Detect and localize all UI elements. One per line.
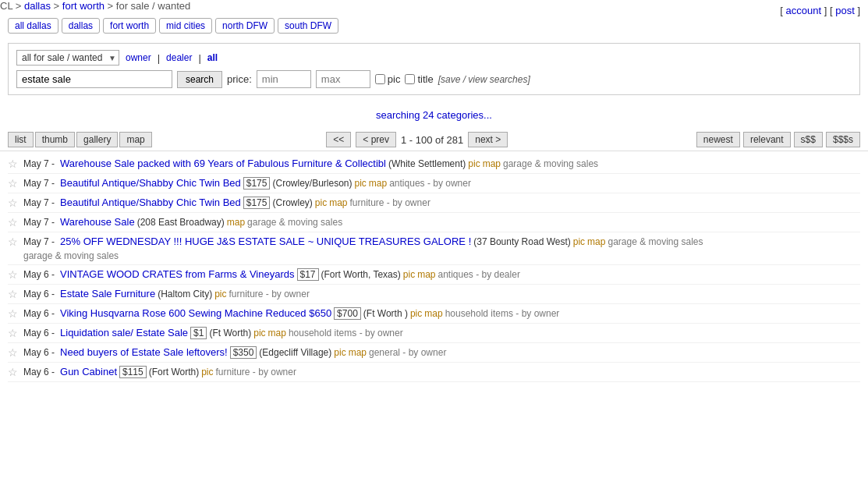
area-tab-north-dfw[interactable]: north DFW (215, 18, 275, 34)
gallery-view-button[interactable]: gallery (76, 132, 118, 147)
first-page-button[interactable]: << (326, 132, 351, 147)
favorite-star-5[interactable]: ☆ (8, 268, 19, 281)
breadcrumb-fortworth[interactable]: fort worth (62, 0, 105, 12)
favorite-star-2[interactable]: ☆ (8, 197, 19, 209)
price-max-input[interactable] (316, 70, 370, 88)
result-category-1: antiques - by owner (389, 178, 471, 189)
owner-filter-link[interactable]: owner (126, 52, 151, 63)
pic-checkbox[interactable] (375, 74, 385, 84)
result-date-2: May 7 - (23, 197, 55, 208)
result-pic-link-10[interactable]: pic (201, 367, 213, 377)
breadcrumb: CL > dallas > fort worth > for sale / wa… (0, 0, 868, 12)
result-location-3: (208 East Broadway) (137, 217, 225, 228)
breadcrumb-sep1: > (16, 0, 24, 12)
result-pic-link-2[interactable]: pic (315, 197, 327, 208)
result-content-0: May 7 -Warehouse Sale packed with 69 Yea… (23, 158, 860, 169)
table-row: ☆May 7 -Warehouse Sale packed with 69 Ye… (8, 154, 860, 174)
result-map-link-1[interactable]: map (369, 178, 387, 189)
result-pic-link-6[interactable]: pic (214, 289, 226, 299)
favorite-star-9[interactable]: ☆ (8, 346, 19, 359)
result-title-0[interactable]: Warehouse Sale packed with 69 Years of F… (60, 158, 386, 169)
result-pic-link-7[interactable]: pic (410, 308, 422, 319)
result-title-3[interactable]: Warehouse Sale (60, 216, 135, 228)
result-date-6: May 6 - (23, 289, 55, 299)
result-extra-category-4: garage & moving sales (23, 250, 860, 261)
result-title-8[interactable]: Liquidation sale/ Estate Sale (60, 327, 188, 338)
breadcrumb-section: for sale / wanted (116, 0, 190, 12)
result-map-link-7[interactable]: map (424, 308, 442, 319)
result-date-7: May 6 - (23, 308, 55, 319)
breadcrumb-dallas[interactable]: dallas (24, 0, 51, 12)
favorite-star-6[interactable]: ☆ (8, 288, 19, 300)
title-checkbox-label[interactable]: title (405, 73, 433, 85)
result-map-link-4[interactable]: map (587, 236, 605, 247)
filter-sep1: | (158, 52, 160, 64)
result-map-link-9[interactable]: map (349, 347, 367, 358)
result-map-link-0[interactable]: map (483, 158, 501, 169)
result-map-link-2[interactable]: map (329, 197, 347, 208)
favorite-star-10[interactable]: ☆ (8, 366, 19, 378)
title-checkbox[interactable] (405, 74, 415, 84)
favorite-star-1[interactable]: ☆ (8, 177, 19, 190)
result-title-2[interactable]: Beautiful Antique/Shabby Chic Twin Bed (60, 197, 241, 208)
searching-info: searching 24 categories... (0, 101, 868, 129)
thumb-view-button[interactable]: thumb (35, 132, 75, 147)
area-tab-mid-cities[interactable]: mid cities (159, 18, 212, 34)
result-title-9[interactable]: Need buyers of Estate Sale leftovers! (60, 346, 228, 358)
result-location-5: (Fort Worth, Texas) (321, 269, 401, 280)
post-link[interactable]: post (835, 5, 855, 16)
all-filter-link[interactable]: all (207, 52, 218, 63)
result-map-link-5[interactable]: map (417, 269, 435, 280)
result-pic-link-4[interactable]: pic (573, 236, 585, 247)
result-title-5[interactable]: VINTAGE WOOD CRATES from Farms & Vineyar… (60, 268, 295, 280)
result-title-6[interactable]: Estate Sale Furniture (60, 288, 155, 299)
favorite-star-0[interactable]: ☆ (8, 158, 19, 170)
result-category-8: household items - by owner (289, 328, 403, 338)
result-category-6: furniture - by owner (229, 289, 310, 299)
result-title-4[interactable]: 25% OFF WEDNESDAY !!! HUGE J&S ESTATE SA… (60, 236, 471, 247)
result-map-link-3[interactable]: map (227, 217, 245, 228)
result-location-10: (Fort Worth) (149, 367, 199, 377)
prev-page-button[interactable]: < prev (356, 132, 396, 147)
result-category-7: household items - by owner (445, 308, 560, 319)
result-content-3: May 7 -Warehouse Sale (208 East Broadway… (23, 216, 860, 228)
favorite-star-7[interactable]: ☆ (8, 307, 19, 320)
search-button[interactable]: search (177, 71, 222, 88)
result-title-1[interactable]: Beautiful Antique/Shabby Chic Twin Bed (60, 177, 241, 189)
favorite-star-3[interactable]: ☆ (8, 216, 19, 229)
result-title-7[interactable]: Viking Husqvarna Rose 600 Sewing Machine… (60, 307, 331, 319)
result-title-10[interactable]: Gun Cabinet (60, 366, 117, 377)
search-input[interactable] (16, 70, 172, 88)
result-map-link-8[interactable]: map (268, 328, 286, 338)
next-page-button[interactable]: next > (468, 132, 508, 147)
searching-info-text[interactable]: searching 24 categories... (376, 109, 492, 121)
pic-checkbox-label[interactable]: pic (375, 73, 401, 85)
list-view-button[interactable]: list (8, 132, 34, 147)
sort-newest-button[interactable]: newest (696, 132, 740, 147)
sort-price-desc-button[interactable]: $$$s (826, 132, 860, 147)
result-pic-link-1[interactable]: pic (355, 178, 367, 189)
sort-price-asc-button[interactable]: s$$ (794, 132, 823, 147)
category-select[interactable]: all for sale / wanted (16, 50, 119, 66)
area-tab-dallas[interactable]: dallas (62, 18, 100, 34)
dealer-filter-link[interactable]: dealer (166, 52, 192, 63)
result-pic-link-9[interactable]: pic (334, 347, 345, 358)
table-row: ☆May 7 -25% OFF WEDNESDAY !!! HUGE J&S E… (8, 232, 860, 265)
result-pic-link-0[interactable]: pic (468, 158, 480, 169)
save-searches-link[interactable]: [save / view searches] (438, 74, 530, 85)
area-tab-south-dfw[interactable]: south DFW (278, 18, 338, 34)
area-tab-fort-worth[interactable]: fort worth (103, 18, 156, 34)
price-min-input[interactable] (257, 70, 311, 88)
favorite-star-8[interactable]: ☆ (8, 327, 19, 339)
result-location-8: (Ft Worth) (209, 328, 251, 338)
sort-relevant-button[interactable]: relevant (743, 132, 791, 147)
filter-sep2: | (198, 52, 200, 64)
result-pic-link-8[interactable]: pic (253, 328, 265, 338)
result-pic-link-5[interactable]: pic (403, 269, 415, 280)
result-category-9: general - by owner (369, 347, 446, 358)
area-tab-all-dallas[interactable]: all dallas (8, 18, 58, 34)
map-view-button[interactable]: map (119, 132, 151, 147)
favorite-star-4[interactable]: ☆ (8, 236, 19, 248)
result-date-4: May 7 - (23, 236, 55, 247)
account-link[interactable]: account (786, 5, 822, 16)
